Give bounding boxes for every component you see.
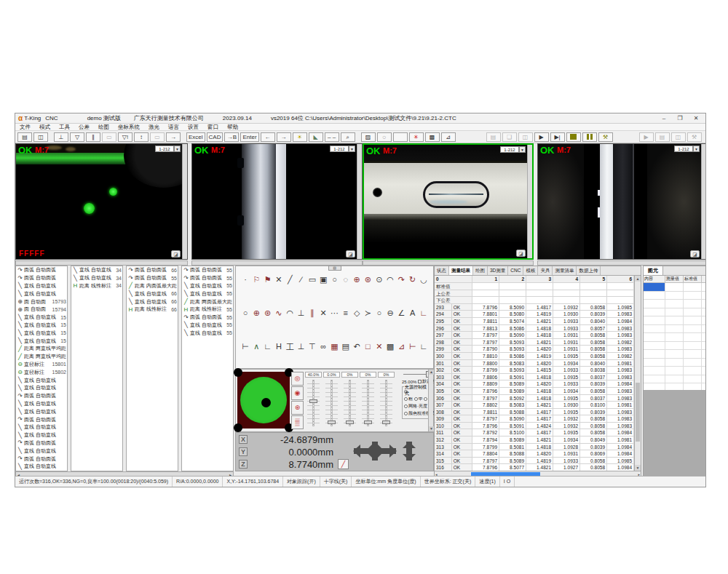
element-row[interactable] [644,283,706,292]
table-row[interactable]: 315 OK7.87978.50891.48191.09330.80581.09… [435,458,634,465]
toolbar-blank-button[interactable] [393,132,408,142]
toolbar-lasso-button[interactable]: ◌ [377,132,392,142]
cell[interactable]: 1.0982 [607,339,634,346]
element-cell[interactable] [644,316,665,324]
radio-fine[interactable] [424,397,427,401]
camera-panel-1[interactable]: OK M:7 1-212▼ FFFFF ◪ [15,143,188,266]
cell[interactable]: 1.4821 [526,437,553,443]
cell[interactable]: 7.8797 [472,415,499,422]
cell[interactable]: 7.8796 [472,304,499,311]
cell[interactable]: 1.0930 [553,311,580,317]
cell[interactable]: 1.0934 [553,388,580,394]
radio-imaging[interactable] [404,390,408,394]
jog-z-icon[interactable] [406,442,412,461]
list-item[interactable]: ⊖直径标注15801 [16,361,67,369]
palette-tool-icon[interactable]: ⊢ [240,342,250,353]
toolbar-save-2-button[interactable]: ▤ [486,132,501,142]
element-cell[interactable] [665,342,684,350]
camera-zoom-dropdown-icon[interactable]: ▼ [693,146,700,152]
element-row[interactable] [644,342,706,351]
cell[interactable]: 8.5093 [499,346,526,352]
camera-1-hscrollbar[interactable] [15,260,188,266]
palette-tool-icon[interactable]: ⊤ [307,342,317,353]
cell[interactable]: 1.0935 [553,374,580,380]
palette-tool-icon[interactable]: ✕ [274,275,284,284]
cell[interactable] [607,297,634,303]
element-cell[interactable] [644,292,665,300]
cell[interactable]: 7.8796 [472,464,499,471]
cell[interactable] [499,297,526,303]
table-row[interactable]: 300 OK7.88108.50861.48191.09350.80581.09… [435,353,634,360]
default-mode-checkbox[interactable] [418,380,422,383]
cell[interactable]: 0.8039 [580,311,607,317]
cell[interactable]: 1.0933 [553,367,580,373]
cell[interactable]: 0.8100 [580,402,607,408]
cell[interactable]: 8.5081 [499,444,526,450]
cell[interactable]: 1.0931 [553,332,580,338]
element-row[interactable] [644,367,706,375]
toolbar-save-3-button[interactable]: ▤ [655,132,670,142]
list-item[interactable]: ╲直线自动直线 [16,400,67,408]
tab-夹具[interactable]: 夹具 [538,266,553,275]
table-label-row[interactable]: 上公差 [435,290,634,298]
palette-tool-icon[interactable]: ⊛ [363,275,373,284]
palette-tool-icon[interactable]: ∟ [419,308,429,318]
toolbar-image-button[interactable]: ◣ [309,132,323,142]
list-item[interactable]: H距离线性标注66 [127,306,178,314]
element-row[interactable] [644,300,706,308]
minimize-button[interactable]: – [656,113,672,123]
toolbar-light-bulb-button[interactable]: ☀ [293,132,307,142]
element-cell[interactable] [644,283,665,291]
menu-item-激光[interactable]: 激光 [144,124,164,131]
element-cell[interactable] [684,283,702,291]
cell[interactable]: 1.4817 [526,304,553,311]
palette-tool-icon[interactable]: ∕ [296,275,306,284]
list-item[interactable]: ╲直线自动直线34 [71,266,122,274]
palette-tool-icon[interactable]: ▤ [341,342,351,353]
list-item[interactable]: ╲直线自动直线66 [127,298,178,306]
cell[interactable] [580,283,607,290]
cell[interactable]: 1.4820 [526,346,553,352]
jog-vertical-icon[interactable] [372,442,378,461]
toolbar-pause-olive-button[interactable] [582,132,597,142]
cell[interactable] [553,283,580,290]
camera-4-image[interactable]: OK M:7 1-212▼ ◪ [538,144,701,259]
close-button[interactable]: ✕ [688,113,704,123]
cell[interactable]: 1.0933 [553,318,580,324]
cell[interactable] [499,283,526,290]
list-item[interactable]: ╲直线自动直线 [16,376,67,384]
palette-tool-icon[interactable]: ↶ [352,342,362,353]
list-item[interactable]: ⊕圆自动圆15794 [16,306,67,314]
palette-tool-icon[interactable]: ∠ [396,308,406,318]
element-cell[interactable] [665,316,684,324]
camera-zoom-dropdown-icon[interactable]: ▼ [519,146,526,153]
cell[interactable]: 8.5090 [499,304,526,311]
cell[interactable]: 1.4821 [526,339,553,346]
tab-CNC[interactable]: CNC [508,266,523,275]
lamp-button-2[interactable]: ◉ [291,386,304,400]
cell[interactable]: 1.0935 [553,353,580,359]
palette-tool-icon[interactable]: · [240,275,250,284]
table-row[interactable]: 306 OK7.87978.50921.48181.09350.80371.09… [435,395,634,402]
list-item[interactable]: ↷圆弧自动圆弧 [16,274,67,282]
ring-light-preview[interactable] [237,372,290,428]
element-cell[interactable] [684,359,702,367]
table-label-row[interactable]: 下公差 [435,297,634,304]
cell[interactable]: 1.4817 [526,409,553,415]
element-cell[interactable] [684,333,702,341]
table-row[interactable]: 302 OK7.87998.50931.48151.09330.80381.09… [435,367,634,374]
palette-tool-icon[interactable]: ○ [240,308,250,318]
table-row[interactable]: 299 OK7.87908.50931.48201.09310.80581.09… [435,346,634,353]
toolbar-enter-button[interactable]: Enter [240,132,258,142]
palette-tool-icon[interactable]: ∟ [263,342,273,353]
cell[interactable]: 1.0983 [607,332,634,338]
lamp-button-3[interactable]: ⊛ [291,401,304,415]
palette-tool-icon[interactable]: ⊙ [374,275,384,284]
list-item[interactable]: ↷圆弧自动圆弧55 [127,274,178,282]
toolbar-open-folder-button[interactable]: ◫ [33,132,48,142]
toolbar-play-2-button[interactable]: ▶ [639,132,654,142]
cell[interactable]: 1.4819 [526,353,553,359]
camera-resize-icon[interactable]: ◪ [516,250,526,257]
tab-数据上传[interactable]: 数据上传 [577,266,601,275]
cell[interactable]: 1.0983 [607,374,634,380]
